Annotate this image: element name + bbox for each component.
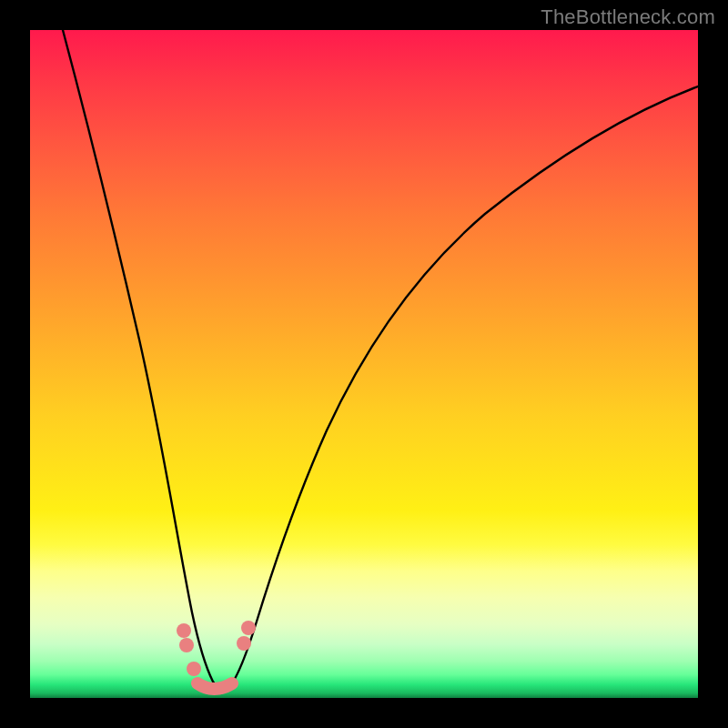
plot-area bbox=[30, 30, 698, 698]
highlight-dot bbox=[187, 662, 201, 676]
highlight-bottom-segment bbox=[197, 683, 232, 689]
highlight-dot bbox=[179, 638, 194, 652]
chart-frame: TheBottleneck.com bbox=[0, 0, 728, 728]
highlight-dot bbox=[237, 636, 251, 651]
highlight-dot bbox=[177, 623, 191, 638]
bottleneck-curve bbox=[63, 30, 698, 691]
curve-layer bbox=[30, 30, 698, 698]
watermark-text: TheBottleneck.com bbox=[541, 5, 715, 29]
highlight-dot bbox=[241, 621, 256, 635]
